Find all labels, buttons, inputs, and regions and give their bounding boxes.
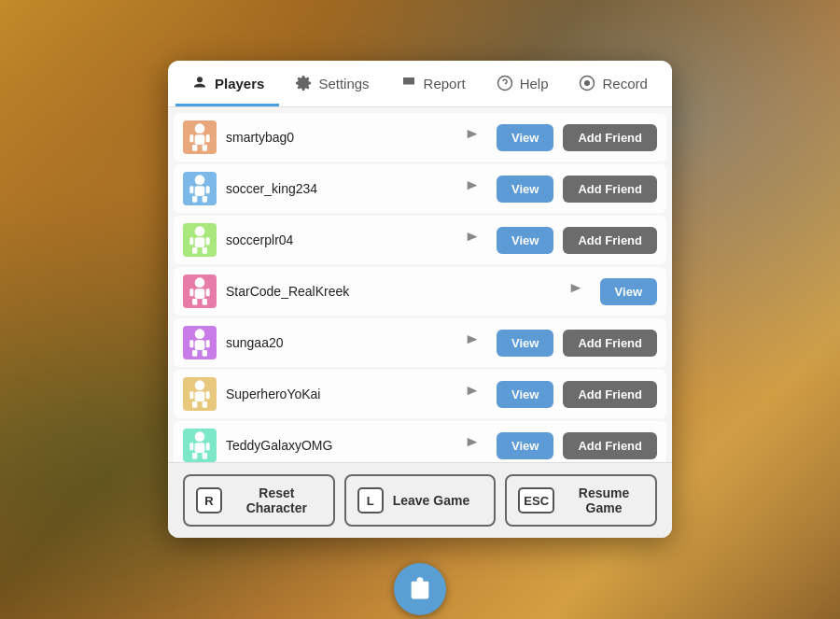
add-friend-button[interactable]: Add Friend <box>563 176 657 203</box>
bottom-action-bar: RReset CharacterLLeave GameESCResume Gam… <box>168 462 672 538</box>
svg-point-3 <box>585 81 590 86</box>
svg-rect-25 <box>203 299 207 305</box>
svg-rect-32 <box>189 340 193 347</box>
svg-rect-30 <box>192 350 197 357</box>
report-flag-button[interactable] <box>457 176 487 202</box>
svg-rect-19 <box>203 247 207 254</box>
svg-point-4 <box>195 123 205 134</box>
tab-help[interactable]: Help <box>481 61 564 106</box>
help-icon <box>496 74 514 92</box>
svg-rect-43 <box>203 453 207 459</box>
svg-point-28 <box>195 329 205 339</box>
player-avatar <box>183 429 217 462</box>
tab-record[interactable]: Record <box>563 61 662 106</box>
modal-overlay: Players Settings Report <box>0 0 840 619</box>
svg-rect-44 <box>189 443 193 450</box>
player-avatar <box>183 223 217 257</box>
svg-rect-41 <box>195 443 205 453</box>
leave-game-button[interactable]: LLeave Game <box>344 474 497 527</box>
action-label: Leave Game <box>393 493 470 508</box>
add-friend-button[interactable]: Add Friend <box>563 381 657 408</box>
main-modal: Players Settings Report <box>168 61 672 538</box>
player-row: soccer_king234 ViewAdd Friend <box>174 164 666 213</box>
report-flag-button[interactable] <box>457 330 487 356</box>
view-button[interactable]: View <box>497 176 553 203</box>
view-button[interactable]: View <box>497 330 553 357</box>
tab-report[interactable]: Report <box>385 61 481 106</box>
gear-icon <box>294 74 313 92</box>
add-friend-button[interactable]: Add Friend <box>563 330 657 357</box>
svg-point-10 <box>195 175 205 185</box>
player-row: sungaa20 ViewAdd Friend <box>174 318 666 367</box>
reset-character-button[interactable]: RReset Character <box>183 474 335 527</box>
player-avatar <box>183 377 217 411</box>
svg-rect-15 <box>206 186 210 193</box>
add-friend-button[interactable]: Add Friend <box>563 227 657 254</box>
player-avatar <box>183 326 217 359</box>
person-icon <box>190 74 209 92</box>
player-list: smartybag0 ViewAdd Friend soccer_king234… <box>168 107 672 462</box>
record-icon <box>578 74 596 92</box>
tab-players[interactable]: Players <box>175 61 279 106</box>
svg-rect-35 <box>195 391 205 401</box>
player-name: TeddyGalaxyOMG <box>226 438 448 453</box>
report-flag-icon <box>399 74 418 92</box>
add-friend-button[interactable]: Add Friend <box>563 432 657 459</box>
svg-point-40 <box>195 431 205 442</box>
tab-settings[interactable]: Settings <box>279 61 384 106</box>
key-badge: L <box>357 487 384 513</box>
action-label: Resume Game <box>564 485 644 515</box>
player-avatar <box>183 172 217 205</box>
tab-help-label: Help <box>520 76 549 91</box>
report-flag-button[interactable] <box>457 432 487 458</box>
svg-rect-26 <box>189 288 193 296</box>
svg-point-34 <box>195 380 205 390</box>
svg-point-22 <box>195 277 205 288</box>
svg-rect-38 <box>189 391 193 399</box>
svg-rect-24 <box>192 299 197 305</box>
view-button[interactable]: View <box>497 124 553 151</box>
svg-rect-6 <box>192 145 197 151</box>
svg-rect-11 <box>195 186 205 196</box>
tab-players-label: Players <box>215 76 264 91</box>
view-button[interactable]: View <box>497 227 553 254</box>
backpack-button[interactable] <box>394 563 446 615</box>
report-flag-button[interactable] <box>561 278 591 304</box>
resume-game-button[interactable]: ESCResume Game <box>505 474 657 527</box>
view-button[interactable]: View <box>600 278 657 305</box>
tab-bar: Players Settings Report <box>168 61 672 107</box>
svg-rect-13 <box>203 196 207 203</box>
view-button[interactable]: View <box>497 432 553 459</box>
player-row: TeddyGalaxyOMG ViewAdd Friend <box>174 421 666 462</box>
player-row: soccerplr04 ViewAdd Friend <box>174 216 666 264</box>
svg-rect-14 <box>189 186 193 193</box>
report-flag-button[interactable] <box>457 227 487 253</box>
bottom-icon-area <box>394 563 446 619</box>
svg-rect-18 <box>192 247 197 254</box>
svg-point-16 <box>195 226 205 236</box>
key-badge: ESC <box>518 487 554 513</box>
add-friend-button[interactable]: Add Friend <box>563 124 657 151</box>
svg-point-0 <box>197 77 203 82</box>
svg-rect-21 <box>206 237 210 245</box>
player-name: smartybag0 <box>226 130 448 145</box>
svg-rect-37 <box>203 401 207 408</box>
player-name: soccerplr04 <box>226 232 448 247</box>
player-row: StarCode_RealKreek View <box>174 267 666 316</box>
player-row: SuperheroYoKai ViewAdd Friend <box>174 370 666 418</box>
view-button[interactable]: View <box>497 381 553 408</box>
player-avatar <box>183 274 217 308</box>
svg-rect-5 <box>195 134 205 145</box>
svg-rect-20 <box>189 237 193 245</box>
tab-report-label: Report <box>424 76 466 91</box>
svg-rect-12 <box>192 196 197 203</box>
svg-rect-36 <box>192 401 197 408</box>
tab-record-label: Record <box>602 76 647 91</box>
player-name: soccer_king234 <box>226 181 448 196</box>
tab-settings-label: Settings <box>318 76 369 91</box>
svg-rect-45 <box>206 443 210 450</box>
report-flag-button[interactable] <box>457 124 487 150</box>
report-flag-button[interactable] <box>457 381 487 407</box>
svg-rect-9 <box>206 134 210 142</box>
player-avatar <box>183 120 217 154</box>
